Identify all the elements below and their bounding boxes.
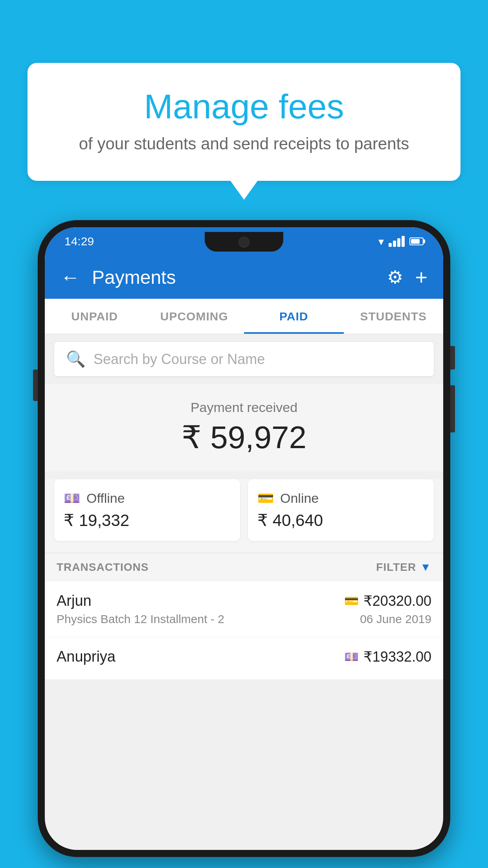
online-amount: ₹ 40,640 — [257, 511, 424, 530]
transactions-label: TRANSACTIONS — [57, 561, 149, 574]
speech-bubble: Manage fees of your students and send re… — [28, 63, 460, 181]
app-bar: ← Payments ⚙ + — [45, 256, 443, 299]
transaction-date: 06 June 2019 — [360, 612, 431, 626]
signal-icon — [389, 236, 405, 247]
transaction-name: Anupriya — [57, 648, 116, 665]
status-time: 14:29 — [64, 235, 94, 248]
phone-frame: 14:29 ▾ ← Payments — [38, 220, 450, 857]
volume-down-button — [450, 385, 455, 432]
transaction-name: Arjun — [57, 592, 92, 609]
phone-screen: 14:29 ▾ ← Payments — [45, 227, 443, 850]
bubble-subtitle: of your students and send receipts to pa… — [47, 134, 441, 153]
payment-received-amount: ₹ 59,972 — [53, 419, 435, 456]
transaction-type-icon: 💳 — [344, 594, 359, 608]
tabs-bar: UNPAID UPCOMING PAID STUDENTS — [45, 299, 443, 334]
tab-upcoming[interactable]: UPCOMING — [145, 299, 244, 334]
transaction-amount: ₹20320.00 — [363, 593, 431, 609]
tab-students[interactable]: STUDENTS — [344, 299, 444, 334]
tab-unpaid[interactable]: UNPAID — [45, 299, 145, 334]
search-placeholder: Search by Course or Name — [94, 351, 265, 368]
search-bar[interactable]: 🔍 Search by Course or Name — [54, 342, 434, 376]
phone-container: 14:29 ▾ ← Payments — [38, 220, 450, 857]
transaction-type-icon: 💷 — [344, 650, 359, 664]
online-payment-card: 💳 Online ₹ 40,640 — [248, 479, 434, 541]
bubble-title: Manage fees — [47, 86, 441, 127]
add-icon[interactable]: + — [415, 265, 427, 289]
filter-label: FILTER — [376, 561, 416, 574]
offline-payment-card: 💷 Offline ₹ 19,332 — [54, 479, 240, 541]
payment-cards: 💷 Offline ₹ 19,332 💳 Online ₹ 40,640 — [45, 479, 443, 553]
app-bar-actions: ⚙ + — [387, 265, 427, 289]
wifi-icon: ▾ — [378, 235, 384, 248]
transaction-item[interactable]: Anupriya 💷 ₹19332.00 — [45, 637, 443, 680]
online-icon: 💳 — [257, 490, 274, 506]
status-icons: ▾ — [378, 235, 424, 248]
filter-icon: ▼ — [420, 561, 431, 574]
transaction-amount: ₹19332.00 — [363, 649, 431, 665]
transactions-header: TRANSACTIONS FILTER ▼ — [45, 553, 443, 581]
offline-icon: 💷 — [64, 490, 80, 506]
payment-received-label: Payment received — [53, 400, 435, 415]
back-button[interactable]: ← — [61, 266, 80, 289]
tab-paid[interactable]: PAID — [244, 299, 344, 334]
transaction-detail: Physics Batch 12 Installment - 2 — [57, 612, 224, 626]
app-bar-title: Payments — [92, 267, 387, 288]
volume-button — [33, 370, 38, 401]
offline-label: Offline — [86, 491, 125, 506]
phone-notch — [205, 232, 283, 252]
offline-amount: ₹ 19,332 — [64, 511, 231, 530]
search-icon: 🔍 — [66, 350, 86, 368]
phone-camera — [238, 237, 250, 248]
transaction-item[interactable]: Arjun 💳 ₹20320.00 Physics Batch 12 Insta… — [45, 581, 443, 637]
payment-received-section: Payment received ₹ 59,972 — [45, 384, 443, 471]
settings-icon[interactable]: ⚙ — [387, 267, 403, 288]
battery-icon — [409, 237, 424, 245]
online-label: Online — [280, 491, 319, 506]
power-button — [450, 346, 455, 370]
filter-button[interactable]: FILTER ▼ — [376, 561, 431, 574]
